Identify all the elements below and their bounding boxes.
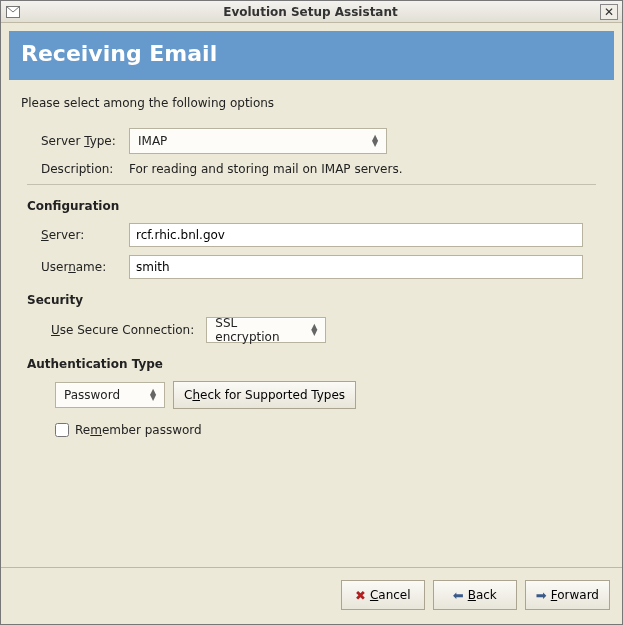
arrow-right-icon: ➡ bbox=[536, 588, 547, 603]
description-text: For reading and storing mail on IMAP ser… bbox=[129, 162, 402, 176]
footer: ✖ Cancel ⬅ Back ➡ Forward bbox=[1, 567, 622, 624]
username-input[interactable] bbox=[129, 255, 583, 279]
server-row: Server: bbox=[27, 223, 596, 247]
secure-connection-label: Use Secure Connection: bbox=[51, 323, 194, 337]
server-input[interactable] bbox=[129, 223, 583, 247]
server-type-row: Server Type: IMAP ▲▼ bbox=[27, 128, 596, 154]
divider bbox=[27, 184, 596, 185]
section-auth-type: Authentication Type bbox=[27, 357, 596, 371]
server-type-label: Server Type: bbox=[41, 134, 129, 148]
back-label: Back bbox=[468, 588, 497, 602]
back-button[interactable]: ⬅ Back bbox=[433, 580, 517, 610]
window-title: Evolution Setup Assistant bbox=[21, 5, 600, 19]
arrow-left-icon: ⬅ bbox=[453, 588, 464, 603]
forward-button[interactable]: ➡ Forward bbox=[525, 580, 610, 610]
cancel-label: Cancel bbox=[370, 588, 411, 602]
server-type-select[interactable]: IMAP ▲▼ bbox=[129, 128, 387, 154]
description-row: Description: For reading and storing mai… bbox=[27, 162, 596, 176]
section-security: Security bbox=[27, 293, 596, 307]
secure-connection-value: SSL encryption bbox=[215, 316, 299, 344]
close-button[interactable]: ✕ bbox=[600, 4, 618, 20]
auth-type-value: Password bbox=[64, 388, 138, 402]
server-label: Server: bbox=[41, 228, 129, 242]
window: Evolution Setup Assistant ✕ Receiving Em… bbox=[0, 0, 623, 625]
section-configuration: Configuration bbox=[27, 199, 596, 213]
close-icon: ✕ bbox=[604, 5, 614, 19]
chevron-updown-icon: ▲▼ bbox=[146, 389, 160, 401]
username-label: Username: bbox=[41, 260, 129, 274]
auth-type-row: Password ▲▼ Check for Supported Types bbox=[27, 381, 596, 409]
remember-password-label: Remember password bbox=[75, 423, 202, 437]
server-type-value: IMAP bbox=[138, 134, 360, 148]
remember-password-checkbox[interactable] bbox=[55, 423, 69, 437]
page-header: Receiving Email bbox=[9, 31, 614, 80]
intro-text: Please select among the following option… bbox=[21, 96, 596, 110]
cancel-icon: ✖ bbox=[355, 588, 366, 603]
remember-password-row: Remember password bbox=[27, 423, 596, 437]
content: Receiving Email Please select among the … bbox=[1, 23, 622, 624]
cancel-button[interactable]: ✖ Cancel bbox=[341, 580, 425, 610]
mail-icon bbox=[5, 4, 21, 20]
forward-label: Forward bbox=[551, 588, 599, 602]
description-label: Description: bbox=[41, 162, 129, 176]
auth-type-select[interactable]: Password ▲▼ bbox=[55, 382, 165, 408]
page-title: Receiving Email bbox=[21, 41, 602, 66]
username-row: Username: bbox=[27, 255, 596, 279]
chevron-updown-icon: ▲▼ bbox=[368, 135, 382, 147]
chevron-updown-icon: ▲▼ bbox=[307, 324, 321, 336]
check-supported-label: Check for Supported Types bbox=[184, 388, 345, 402]
form-body: Please select among the following option… bbox=[1, 88, 622, 567]
secure-connection-select[interactable]: SSL encryption ▲▼ bbox=[206, 317, 326, 343]
check-supported-button[interactable]: Check for Supported Types bbox=[173, 381, 356, 409]
secure-connection-row: Use Secure Connection: SSL encryption ▲▼ bbox=[27, 317, 596, 343]
titlebar: Evolution Setup Assistant ✕ bbox=[1, 1, 622, 23]
